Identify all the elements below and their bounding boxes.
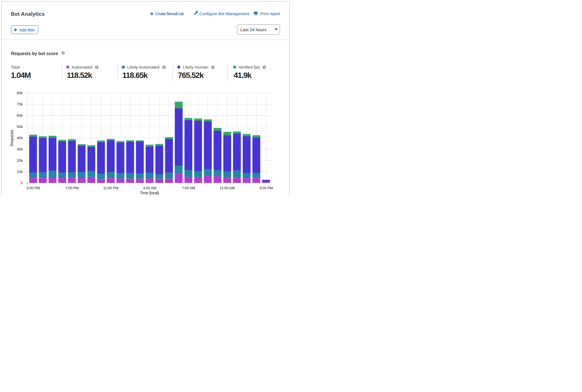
svg-text:3:00 AM: 3:00 AM [143, 186, 156, 190]
svg-text:80k: 80k [17, 91, 23, 95]
svg-text:7:00 AM: 7:00 AM [182, 186, 195, 190]
svg-text:10k: 10k [17, 170, 23, 174]
svg-text:0: 0 [21, 181, 23, 185]
svg-text:7:00 PM: 7:00 PM [65, 186, 79, 190]
svg-text:30k: 30k [17, 147, 23, 151]
svg-text:3:00 PM: 3:00 PM [26, 186, 40, 190]
svg-text:70k: 70k [17, 102, 23, 106]
svg-text:11:00 AM: 11:00 AM [220, 186, 235, 190]
svg-text:20k: 20k [17, 158, 23, 163]
svg-text:Requests: Requests [10, 130, 14, 146]
svg-text:60k: 60k [17, 113, 23, 118]
svg-text:40k: 40k [17, 136, 23, 140]
svg-text:Time (local): Time (local) [140, 191, 159, 195]
svg-text:50k: 50k [17, 125, 23, 129]
svg-text:3:00 PM: 3:00 PM [259, 186, 273, 190]
svg-text:11:00 PM: 11:00 PM [103, 186, 118, 190]
